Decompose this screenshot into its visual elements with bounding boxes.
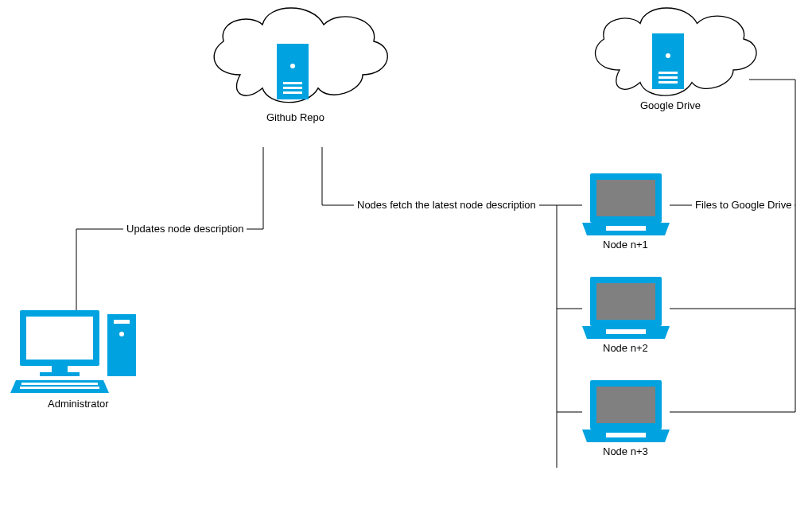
workstation-administrator: [10, 310, 136, 393]
svg-rect-12: [26, 317, 93, 360]
edge-label-nodes-drive: Files to Google Drive: [692, 199, 795, 211]
label-administrator: Administrator: [48, 398, 109, 410]
edge-label-admin-repo: Updates node description: [123, 223, 247, 235]
server-icon-github: [277, 44, 309, 99]
svg-rect-16: [20, 387, 99, 389]
laptop-node-3: [582, 380, 670, 442]
edge-nodes-to-drive: [670, 80, 795, 412]
edge-repo-to-nodes: [322, 147, 582, 468]
svg-rect-9: [114, 320, 130, 324]
svg-rect-14: [40, 372, 80, 376]
laptop-node-2: [582, 277, 670, 339]
label-node-3: Node n+3: [603, 445, 648, 457]
laptop-node-1: [582, 173, 670, 235]
label-github-repo: Github Repo: [266, 111, 324, 123]
label-google-drive: Google Drive: [640, 99, 701, 111]
label-node-1: Node n+1: [603, 239, 648, 251]
server-icon-gdrive: [652, 33, 684, 89]
label-node-2: Node n+2: [603, 342, 648, 354]
svg-point-10: [119, 332, 124, 336]
svg-rect-15: [21, 383, 98, 385]
edge-label-repo-nodes: Nodes fetch the latest node description: [354, 199, 539, 211]
svg-rect-13: [52, 366, 68, 372]
